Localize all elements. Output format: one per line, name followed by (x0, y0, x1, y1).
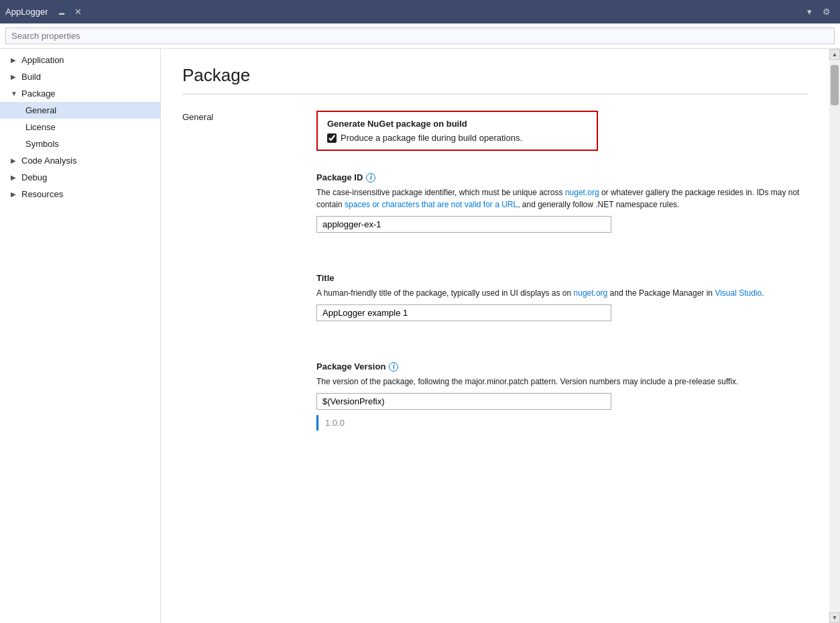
sidebar-item-license[interactable]: License (0, 119, 160, 135)
package-version-title: Package Version i (316, 361, 808, 372)
title-label: Title (316, 273, 808, 283)
section-label-empty2 (182, 273, 290, 340)
sidebar: ▶ Application ▶ Build ▼ Package General … (0, 49, 161, 623)
title-bar: AppLogger 🗕 ✕ ▾ ⚙ (0, 0, 840, 23)
package-id-desc-text1: The case-insensitive package identifier,… (316, 188, 565, 197)
package-version-desc: The version of the package, following th… (316, 376, 808, 388)
nuget-box: Generate NuGet package on build Produce … (316, 111, 598, 151)
sidebar-item-code-analysis[interactable]: ▶ Code Analysis (0, 152, 160, 169)
sidebar-item-general[interactable]: General (0, 102, 160, 119)
settings-icon: ⚙ (823, 7, 831, 17)
close-icon: ✕ (74, 7, 82, 17)
scrollbar-track[interactable] (829, 60, 840, 612)
title-bar-title: AppLogger (5, 7, 48, 17)
sidebar-item-label: Application (21, 55, 64, 65)
settings-button[interactable]: ⚙ (819, 5, 835, 18)
pin-icon: 🗕 (58, 7, 66, 17)
title-desc-text3: . (762, 288, 764, 298)
dropdown-button[interactable]: ▾ (803, 5, 816, 18)
package-version-input[interactable] (316, 393, 611, 410)
content-area: Package General Generate NuGet package o… (161, 49, 829, 623)
scroll-up-button[interactable]: ▲ (829, 49, 840, 60)
title-desc-link1[interactable]: nuget.org (574, 288, 608, 298)
chevron-right-icon: ▶ (11, 157, 17, 164)
title-input[interactable] (316, 304, 611, 321)
close-tab-button[interactable]: ✕ (70, 5, 86, 18)
sidebar-item-label: Build (21, 72, 41, 82)
search-input[interactable] (5, 27, 835, 44)
sidebar-item-label: Debug (21, 172, 47, 182)
package-id-section: Package ID i The case-insensitive packag… (182, 172, 808, 251)
package-id-desc-text3: , and generally follow .NET namespace ru… (518, 200, 679, 209)
version-hint: 1.0.0 (316, 415, 808, 431)
main-layout: ▶ Application ▶ Build ▼ Package General … (0, 49, 840, 623)
pin-button[interactable]: 🗕 (54, 5, 70, 18)
nuget-box-title: Generate NuGet package on build (327, 119, 587, 129)
scrollbar: ▲ ▼ (829, 49, 840, 623)
sidebar-item-label: General (25, 105, 56, 115)
sidebar-item-package[interactable]: ▼ Package (0, 85, 160, 102)
chevron-right-icon: ▶ (11, 56, 17, 64)
package-id-content: Package ID i The case-insensitive packag… (316, 172, 808, 251)
title-desc-text2: and the Package Manager in (607, 288, 715, 298)
section-label-empty3 (182, 361, 290, 449)
section-divider (182, 94, 808, 95)
chevron-right-icon: ▶ (11, 174, 17, 181)
title-content: Title A human-friendly title of the pack… (316, 273, 808, 340)
sidebar-item-label: Resources (21, 189, 63, 199)
page-title: Package (182, 65, 808, 86)
chevron-right-icon: ▶ (11, 190, 17, 198)
sidebar-item-application[interactable]: ▶ Application (0, 52, 160, 68)
package-id-desc: The case-insensitive package identifier,… (316, 186, 808, 211)
sidebar-item-build[interactable]: ▶ Build (0, 68, 160, 85)
scroll-down-button[interactable]: ▼ (829, 612, 840, 623)
package-version-info-icon[interactable]: i (389, 362, 398, 372)
title-label-text: Title (316, 273, 335, 283)
package-version-content: Package Version i The version of the pac… (316, 361, 808, 449)
dropdown-icon: ▾ (807, 7, 812, 17)
search-bar (0, 23, 840, 49)
title-section: Title A human-friendly title of the pack… (182, 273, 808, 340)
package-id-title: Package ID i (316, 172, 808, 182)
package-id-desc-link1[interactable]: nuget.org (565, 188, 599, 197)
sidebar-item-debug[interactable]: ▶ Debug (0, 169, 160, 186)
package-version-label: Package Version (316, 361, 385, 372)
package-version-section: Package Version i The version of the pac… (182, 361, 808, 449)
title-desc-text1: A human-friendly title of the package, t… (316, 288, 574, 298)
nuget-checkbox[interactable] (327, 133, 337, 143)
nuget-checkbox-row: Produce a package file during build oper… (327, 133, 587, 143)
nuget-checkbox-label: Produce a package file during build oper… (341, 133, 522, 143)
section-label-empty (182, 172, 290, 251)
title-desc: A human-friendly title of the package, t… (316, 287, 808, 299)
scrollbar-thumb[interactable] (831, 65, 839, 105)
sidebar-item-label: License (25, 122, 56, 132)
chevron-right-icon: ▶ (11, 73, 17, 80)
title-field: Title A human-friendly title of the pack… (316, 273, 808, 321)
sidebar-item-label: Code Analysis (21, 156, 76, 166)
sidebar-item-label: Package (21, 89, 56, 99)
package-version-field: Package Version i The version of the pac… (316, 361, 808, 431)
package-version-desc-text: The version of the package, following th… (316, 377, 738, 386)
chevron-down-icon: ▼ (11, 90, 17, 97)
section-label-general: General (182, 111, 290, 151)
package-id-input[interactable] (316, 216, 611, 233)
general-section: General Generate NuGet package on build … (182, 111, 808, 151)
sidebar-item-label: Symbols (25, 139, 59, 149)
package-id-field: Package ID i The case-insensitive packag… (316, 172, 808, 233)
package-id-label: Package ID (316, 172, 363, 182)
sidebar-item-symbols[interactable]: Symbols (0, 135, 160, 152)
sidebar-item-resources[interactable]: ▶ Resources (0, 186, 160, 203)
title-desc-link2[interactable]: Visual Studio (715, 288, 762, 298)
package-id-info-icon[interactable]: i (366, 173, 375, 182)
package-id-desc-link2[interactable]: spaces or characters that are not valid … (345, 200, 518, 209)
general-section-content: Generate NuGet package on build Produce … (316, 111, 808, 151)
